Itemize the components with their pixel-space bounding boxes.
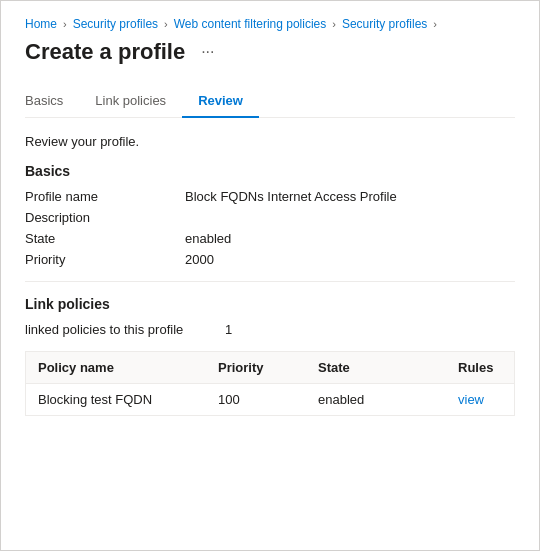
page-header: Create a profile ···: [25, 39, 515, 65]
page-container: Home › Security profiles › Web content f…: [0, 0, 540, 551]
col-header-priority: Priority: [218, 360, 318, 375]
description-label: Description: [25, 210, 185, 225]
tab-basics[interactable]: Basics: [25, 85, 79, 118]
review-content: Review your profile. Basics Profile name…: [25, 134, 515, 416]
cell-state: enabled: [318, 392, 458, 407]
tab-review[interactable]: Review: [182, 85, 259, 118]
tab-link-policies[interactable]: Link policies: [79, 85, 182, 118]
priority-value: 2000: [185, 252, 214, 267]
priority-label: Priority: [25, 252, 185, 267]
state-label: State: [25, 231, 185, 246]
policies-table: Policy name Priority State Rules Blockin…: [25, 351, 515, 416]
breadcrumb-sep-2: ›: [164, 18, 168, 30]
linked-count-label: linked policies to this profile: [25, 322, 225, 337]
col-header-policy-name: Policy name: [38, 360, 218, 375]
profile-name-row: Profile name Block FQDNs Internet Access…: [25, 189, 515, 204]
tabs-container: Basics Link policies Review: [25, 85, 515, 118]
page-title: Create a profile: [25, 39, 185, 65]
section-divider: [25, 281, 515, 282]
ellipsis-button[interactable]: ···: [195, 41, 220, 63]
linked-count-value: 1: [225, 322, 232, 337]
state-row: State enabled: [25, 231, 515, 246]
cell-priority: 100: [218, 392, 318, 407]
basics-section-title: Basics: [25, 163, 515, 179]
table-row: Blocking test FQDN 100 enabled view: [26, 384, 514, 415]
link-policies-section: Link policies linked policies to this pr…: [25, 296, 515, 416]
table-header: Policy name Priority State Rules: [26, 352, 514, 384]
breadcrumb-web-content[interactable]: Web content filtering policies: [174, 17, 327, 31]
breadcrumb-sep-1: ›: [63, 18, 67, 30]
breadcrumb-sep-3: ›: [332, 18, 336, 30]
cell-rules-link[interactable]: view: [458, 392, 538, 407]
breadcrumb-sep-4: ›: [433, 18, 437, 30]
cell-policy-name: Blocking test FQDN: [38, 392, 218, 407]
breadcrumb-security-profiles-1[interactable]: Security profiles: [73, 17, 158, 31]
breadcrumb: Home › Security profiles › Web content f…: [25, 17, 515, 31]
breadcrumb-security-profiles-2[interactable]: Security profiles: [342, 17, 427, 31]
link-policies-section-title: Link policies: [25, 296, 515, 312]
breadcrumb-home[interactable]: Home: [25, 17, 57, 31]
profile-name-value: Block FQDNs Internet Access Profile: [185, 189, 397, 204]
state-value: enabled: [185, 231, 231, 246]
col-header-rules: Rules: [458, 360, 538, 375]
profile-name-label: Profile name: [25, 189, 185, 204]
priority-row: Priority 2000: [25, 252, 515, 267]
description-row: Description: [25, 210, 515, 225]
col-header-state: State: [318, 360, 458, 375]
review-subtitle: Review your profile.: [25, 134, 515, 149]
linked-count-row: linked policies to this profile 1: [25, 322, 515, 337]
